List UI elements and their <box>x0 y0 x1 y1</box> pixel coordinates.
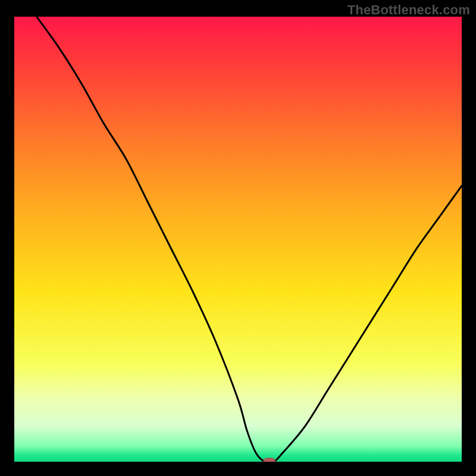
frame-left <box>0 0 14 476</box>
watermark-label: TheBottleneck.com <box>347 2 470 18</box>
bottleneck-chart <box>0 0 476 476</box>
frame-bottom <box>0 462 476 476</box>
frame-right <box>462 0 476 476</box>
chart-stage: TheBottleneck.com <box>0 0 476 476</box>
